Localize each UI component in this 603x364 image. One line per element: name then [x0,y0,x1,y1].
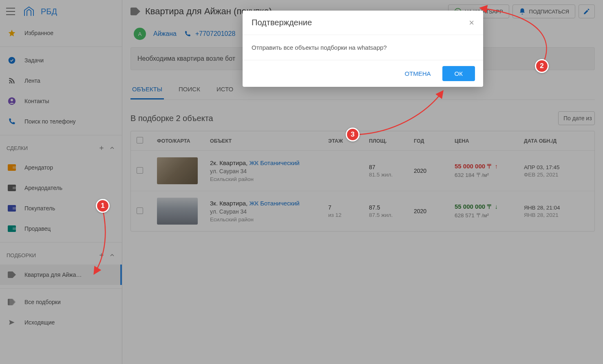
listing-thumbnail[interactable] [157,157,198,184]
sidebar-item-feed[interactable]: Лента [0,71,122,91]
contact-name-link[interactable]: Айжана [153,30,177,38]
avatar[interactable]: А [134,28,146,40]
select-all-checkbox[interactable] [137,137,143,143]
sidebar-item-contacts[interactable]: Контакты [0,91,122,111]
phone-icon [8,117,16,126]
sidebar-item-favorites[interactable]: Избранное [0,23,122,43]
col-area: ПЛОЩ. [367,138,412,144]
svg-point-2 [11,99,13,101]
plus-icon[interactable] [98,252,105,258]
date-updated: АПР 03, 17:45 [524,164,589,170]
menu-toggle[interactable] [5,6,16,17]
svg-rect-10 [13,227,16,230]
tags-icon [8,299,16,305]
sidebar-label: Лента [24,77,40,84]
subscribe-button[interactable]: ПОДПИСАТЬСЯ [512,4,575,18]
area-sub: 87.5 жил. [369,212,411,218]
sidebar-section-selections: ПОДБОРКИ [0,246,122,265]
wallet-icon [8,205,16,212]
sidebar-item-deal-2[interactable]: Покупатель [0,198,122,218]
table-row[interactable]: 3к. Квартира, ЖК Ботанический ул. Сауран… [131,191,594,231]
sidebar-label: Продавец [24,225,51,232]
confirm-modal: Подтверждение × Отправить все объекты по… [243,11,483,87]
plus-icon[interactable] [98,145,105,151]
sidebar-label: Все подборки [24,299,61,305]
tab-objects[interactable]: ОБЪЕКТЫ [130,80,164,99]
button-label: ПОДПИСАТЬСЯ [529,9,569,15]
pencil-icon [583,8,590,15]
sidebar-label: Избранное [24,30,53,36]
phone-icon [184,30,191,38]
phone-link[interactable]: +7707201028 [184,30,235,38]
listing-title[interactable]: 3к. Квартира, ЖК Ботанический [210,200,325,207]
table-row[interactable]: 2к. Квартира, ЖК Ботанический ул. Сауран… [131,151,594,191]
area-value: 87.5 [369,204,411,211]
modal-title: Подтверждение [252,18,312,27]
sidebar-label: Арендодатель [24,185,62,191]
col-floor: ЭТАЖ [327,138,367,144]
logo[interactable]: РБД [23,5,57,18]
col-photo: ФОТО/КАРТА [155,138,208,144]
hamburger-icon [6,8,15,15]
listing-district: Есильский район [210,216,325,223]
modal-close-button[interactable]: × [469,18,474,27]
listing-address: ул. Сауран 34 [210,208,325,215]
tab-search[interactable]: ПОИСК [177,80,202,99]
date-created: ЯНВ 28, 2021 [524,212,589,218]
sidebar-item-selection-active[interactable]: Квартира для Айжа… [0,265,122,285]
sort-button[interactable]: По дате из [558,111,595,125]
row-checkbox[interactable] [137,167,143,174]
check-circle-icon [8,56,16,64]
sidebar-label: Поиск по телефону [24,118,76,125]
sidebar-item-deal-0[interactable]: Арендатор [0,157,122,178]
floor-value: 7 [328,204,366,211]
price-value: 55 000 000 〒 ↓ [455,203,521,211]
price-per-m2: 632 184 〒/м² [455,172,521,179]
sidebar-item-deal-1[interactable]: Арендодатель [0,178,122,198]
bell-icon [519,8,526,15]
sidebar-label: Арендатор [24,164,53,171]
send-icon [8,319,16,326]
wallet-icon [8,225,16,232]
sidebar-item-outgoing[interactable]: Исходящие [0,312,122,333]
svg-rect-4 [13,166,16,169]
area-value: 87 [369,164,411,170]
sidebar-item-deal-3[interactable]: Продавец [0,218,122,239]
svg-rect-8 [13,207,16,210]
edit-button[interactable] [579,4,595,18]
sidebar-label: Исходящие [24,319,55,326]
ok-button[interactable]: ОК [442,66,475,81]
section-label: ПОДБОРКИ [7,252,36,258]
chevron-up-icon[interactable] [109,145,115,151]
tag-icon [8,271,16,278]
sidebar-label: Контакты [24,98,49,104]
sidebar-section-deals: СДЕЛКИ [0,139,122,157]
wallet-icon [8,185,16,191]
col-year: ГОД [412,138,453,144]
cancel-button[interactable]: ОТМЕНА [398,66,437,81]
tag-icon [130,7,140,15]
floor-sub: из 12 [328,212,366,218]
date-updated: ЯНВ 28, 21:04 [524,205,589,211]
listing-address: ул. Сауран 34 [210,168,325,174]
sidebar-label: Покупатель [24,205,55,212]
sidebar-item-all-selections[interactable]: Все подборки [0,292,122,312]
listing-district: Есильский район [210,176,325,182]
price-per-m2: 628 571 〒/м² [455,212,521,219]
objects-table: ФОТО/КАРТА ОБЪЕКТ ЭТАЖ ПЛОЩ. ГОД ЦЕНА ДА… [130,131,595,232]
person-icon [8,97,16,105]
sidebar-label: Задачи [24,57,44,64]
star-icon [8,29,16,37]
sidebar-item-phone-search[interactable]: Поиск по телефону [0,111,122,132]
listing-thumbnail[interactable] [157,198,198,225]
col-price: ЦЕНА [453,138,522,144]
tab-history[interactable]: ИСТО [215,80,235,99]
row-checkbox[interactable] [137,207,143,214]
svg-rect-6 [13,187,16,189]
logo-text: РБД [41,7,57,16]
sidebar-item-tasks[interactable]: Задачи [0,50,122,71]
sidebar-label: Квартира для Айжа… [24,271,82,278]
chevron-up-icon[interactable] [109,252,115,258]
listing-title[interactable]: 2к. Квартира, ЖК Ботанический [210,159,325,166]
date-created: ФЕВ 25, 2021 [524,172,589,178]
